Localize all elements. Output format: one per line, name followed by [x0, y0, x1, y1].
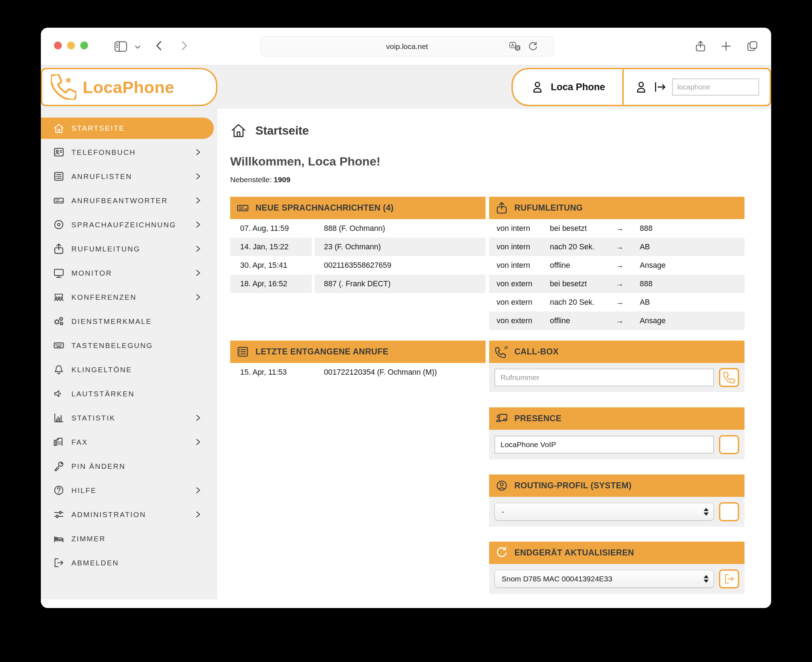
- sidebar-item-startseite[interactable]: STARTSEITE: [41, 117, 214, 139]
- chevron-right-icon: [195, 510, 201, 519]
- sidebar-item-label: SPRACHAUFZEICHNUNG: [71, 220, 176, 229]
- presence-body: [489, 430, 744, 460]
- device-panel-header: ENDGERÄT AKTUALISIEREN: [489, 541, 744, 564]
- sidebar-item-telefonbuch[interactable]: TELEFONBUCH: [41, 144, 214, 161]
- close-window-button[interactable]: [54, 42, 62, 49]
- url-text: voip.loca.net: [386, 42, 428, 51]
- forward-icon[interactable]: [180, 39, 189, 52]
- sidebar-item-anruflisten[interactable]: ANRUFLISTEN: [41, 168, 214, 185]
- sidebar-item-statistik[interactable]: STATISTIK: [41, 410, 214, 426]
- sidebar-item-rufumleitung[interactable]: RUFUMLEITUNG: [41, 241, 214, 257]
- current-user: Loca Phone: [513, 69, 624, 105]
- voicemail-row[interactable]: 07. Aug, 11:59888 (F. Ochmann): [230, 219, 486, 238]
- voicemail-row[interactable]: 14. Jan, 15:2223 (F. Ochmann): [230, 238, 486, 256]
- sidebar-item-lautstarken[interactable]: LAUTSTÄRKEN: [41, 385, 214, 402]
- sidebar-item-dienstmerkmale[interactable]: DIENSTMERKMALE: [41, 313, 214, 329]
- call-list-icon: [236, 345, 249, 358]
- sidebar-item-fax[interactable]: FAX: [41, 434, 214, 450]
- record-icon: [53, 219, 65, 230]
- presence-apply-button[interactable]: [719, 435, 739, 454]
- person-circle-icon: [495, 479, 508, 492]
- chevron-right-icon: [195, 292, 201, 302]
- sidebar-item-klingeltone[interactable]: KLINGELTÖNE: [41, 361, 214, 378]
- presence-input[interactable]: [494, 436, 714, 453]
- sidebar-item-tastenbelegung[interactable]: TASTENBELEGUNG: [41, 337, 214, 354]
- sidebar-item-hilfe[interactable]: HILFE: [41, 482, 214, 499]
- routing-panel-title: ROUTING-PROFIL (SYSTEM): [515, 481, 632, 490]
- arrow-right-icon: →: [613, 261, 640, 270]
- device-select[interactable]: Snom D785 MAC 000413924E33: [494, 570, 714, 588]
- sidebar: STARTSEITETELEFONBUCHANRUFLISTENANRUFBEA…: [41, 109, 217, 599]
- routing-panel: ROUTING-PROFIL (SYSTEM) -: [489, 474, 744, 527]
- sidebar-item-label: KONFERENZEN: [71, 293, 137, 302]
- voicemail-row[interactable]: 18. Apr, 16:52887 (. Frank DECT): [230, 275, 486, 293]
- sidebar-item-sprachaufzeichnung[interactable]: SPRACHAUFZEICHNUNG: [41, 216, 214, 233]
- extension-label: Nebenstelle:: [230, 175, 272, 183]
- reload-icon[interactable]: [527, 41, 539, 53]
- call-number: 23 (F. Ochmann): [315, 238, 486, 256]
- sidebar-item-label: ABMELDEN: [71, 559, 119, 567]
- sidebar-item-zimmer[interactable]: ZIMMER: [41, 530, 214, 547]
- sidebar-item-label: MONITOR: [71, 269, 112, 277]
- forwarding-panel-header: RUFUMLEITUNG: [489, 197, 744, 219]
- sidebar-item-administration[interactable]: ADMINISTRATION: [41, 506, 214, 523]
- chevron-right-icon: [195, 268, 201, 277]
- forwarding-rows: von internbei besetzt→888von internnach …: [489, 219, 744, 330]
- login-as-input[interactable]: [672, 79, 759, 96]
- minimize-window-button[interactable]: [67, 42, 75, 49]
- chevron-right-icon: [195, 486, 201, 495]
- back-icon[interactable]: [154, 39, 163, 52]
- new-tab-icon[interactable]: [720, 40, 732, 52]
- fax-icon: [53, 436, 65, 448]
- share-icon[interactable]: [695, 39, 706, 54]
- right-column: RUFUMLEITUNG von internbei besetzt→888vo…: [489, 197, 744, 594]
- chevron-right-icon: [195, 196, 201, 205]
- home-icon: [53, 122, 65, 134]
- refresh-icon: [495, 546, 508, 559]
- page-title-row: Startseite: [230, 122, 771, 139]
- device-body: Snom D785 MAC 000413924E33: [489, 564, 744, 594]
- chevron-right-icon: [195, 172, 201, 181]
- chart-icon: [53, 412, 65, 424]
- sidebar-item-label: DIENSTMERKMALE: [71, 317, 152, 326]
- device-panel: ENDGERÄT AKTUALISIEREN Snom D785 MAC 000…: [489, 541, 744, 594]
- callbox-number-input[interactable]: [494, 369, 714, 386]
- zoom-window-button[interactable]: [80, 42, 88, 49]
- chevron-right-icon: [195, 220, 201, 229]
- forwarding-condition: bei besetzt: [550, 280, 613, 288]
- gears-icon: [53, 315, 65, 327]
- key-icon: [53, 460, 65, 472]
- contacts-icon: [53, 146, 65, 158]
- chevron-right-icon: [195, 437, 201, 447]
- sidebar-toggle-icon[interactable]: [114, 40, 128, 53]
- callbox-body: [489, 363, 744, 392]
- chevron-right-icon: [195, 413, 201, 422]
- voicemail-row[interactable]: 30. Apr, 15:410021163558627659: [230, 256, 486, 275]
- tab-overview-icon[interactable]: [746, 40, 758, 52]
- device-panel-title: ENDGERÄT AKTUALISIEREN: [515, 548, 634, 558]
- routing-apply-button[interactable]: [719, 502, 739, 521]
- window-bottom: [41, 599, 771, 608]
- call-button[interactable]: [719, 368, 739, 387]
- sidebar-item-abmelden[interactable]: ABMELDEN: [41, 554, 214, 571]
- sidebar-item-label: TELEFONBUCH: [71, 148, 136, 157]
- call-number: 888 (F. Ochmann): [315, 219, 486, 238]
- content: STARTSEITETELEFONBUCHANRUFLISTENANRUFBEA…: [41, 109, 771, 599]
- translate-icon[interactable]: [509, 41, 522, 53]
- missed-call-row[interactable]: 15. Apr, 11:53001722120354 (F. Ochmann (…: [230, 363, 486, 381]
- monitor-icon: [53, 267, 65, 279]
- routing-profile-select[interactable]: -: [494, 503, 714, 521]
- check-icon: [723, 506, 735, 518]
- app-header: LocaPhone Loca Phone: [41, 65, 771, 109]
- sidebar-item-pin-andern[interactable]: PIN ÄNDERN: [41, 458, 214, 474]
- sidebar-item-anrufbeantworter[interactable]: ANRUFBEANTWORTER: [41, 192, 214, 209]
- sidebar-item-label: HILFE: [71, 486, 96, 495]
- logo: LocaPhone: [41, 68, 217, 106]
- device-update-button[interactable]: [719, 569, 739, 588]
- url-field[interactable]: voip.loca.net: [260, 36, 554, 56]
- sidebar-item-konferenzen[interactable]: KONFERENZEN: [41, 289, 214, 305]
- sidebar-item-label: ANRUFBEANTWORTER: [71, 196, 168, 205]
- missed-calls-panel: LETZTE ENTGANGENE ANRUFE 15. Apr, 11:530…: [230, 341, 486, 381]
- sidebar-item-monitor[interactable]: MONITOR: [41, 265, 214, 281]
- chevron-down-icon[interactable]: [134, 44, 141, 50]
